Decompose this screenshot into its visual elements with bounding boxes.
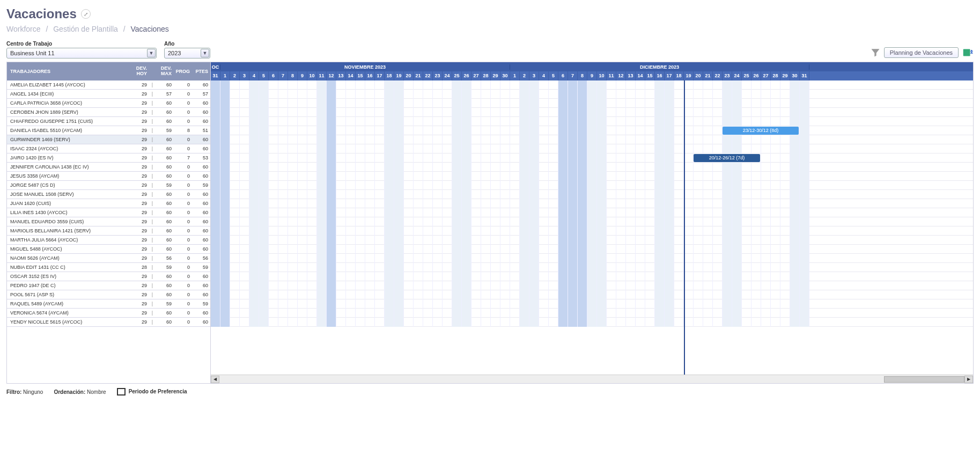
grid-row[interactable] — [211, 263, 973, 272]
grid-row[interactable] — [211, 208, 973, 217]
prog: 0 — [174, 219, 192, 224]
ano-select[interactable]: 2023 — [164, 48, 210, 58]
grid-row[interactable] — [211, 290, 973, 299]
worker-row[interactable]: DANIELA ISABEL 5510 (AYCAM) 29 | 59 8 51 — [7, 126, 210, 135]
ptes: 60 — [192, 237, 210, 243]
worker-row[interactable]: CHIAFREDO GIUSEPPE 1751 (CUIS) 29 | 60 0… — [7, 117, 210, 126]
day-header-cell: 28 — [481, 71, 491, 80]
day-header-cell: 10 — [307, 71, 317, 80]
worker-name: CHIAFREDO GIUSEPPE 1751 (CUIS) — [7, 119, 131, 124]
worker-row[interactable]: CARLA PATRICIA 3658 (AYCOC) 29 | 60 0 60 — [7, 99, 210, 108]
worker-name: PEDRO 1947 (DE C) — [7, 283, 131, 288]
worker-row[interactable]: GURWINDER 1469 (SERV) 29 | 60 0 60 — [7, 135, 210, 144]
grid-row[interactable] — [211, 199, 973, 208]
vacation-bar[interactable]: 23/12-30/12 (8d) — [723, 127, 799, 135]
grid-row[interactable] — [211, 309, 973, 318]
worker-row[interactable]: MANUEL EDUARDO 3559 (CUIS) 29 | 60 0 60 — [7, 217, 210, 226]
grid-row[interactable] — [211, 163, 973, 172]
dev-max: 60 — [156, 192, 174, 197]
worker-row[interactable]: OSCAR 3152 (ES IV) 29 | 60 0 60 — [7, 272, 210, 281]
breadcrumb-gestion[interactable]: Gestión de Plantilla — [53, 25, 118, 33]
horizontal-scrollbar[interactable]: ◀ ▶ — [211, 375, 973, 383]
worker-row[interactable]: JOSE MANUEL 1508 (SERV) 29 | 60 0 60 — [7, 190, 210, 199]
scroll-right-icon[interactable]: ▶ — [964, 376, 973, 383]
dev-max: 57 — [156, 91, 174, 97]
grid-row[interactable] — [211, 181, 973, 190]
grid-row[interactable] — [211, 117, 973, 126]
grid-row[interactable] — [211, 99, 973, 108]
grid-body[interactable]: 23/12-30/12 (8d)20/12-26/12 (7d) — [211, 80, 973, 375]
grid-row[interactable] — [211, 108, 973, 117]
worker-row[interactable]: RAQUEL 5489 (AYCAM) 29 | 59 0 59 — [7, 299, 210, 309]
day-header-cell: 18 — [674, 71, 684, 80]
expand-icon[interactable]: ⤢ — [81, 9, 91, 19]
grid-row[interactable]: 23/12-30/12 (8d) — [211, 126, 973, 135]
worker-row[interactable]: JAIRO 1420 (ES IV) 29 | 60 7 53 — [7, 153, 210, 163]
dev-hoy: 29 — [131, 82, 149, 87]
prog: 0 — [174, 301, 192, 306]
planning-button[interactable]: Planning de Vacaciones — [884, 47, 959, 58]
breadcrumb-workforce[interactable]: Workforce — [6, 25, 41, 33]
vacation-bar[interactable]: 20/12-26/12 (7d) — [694, 154, 760, 162]
worker-row[interactable]: PEDRO 1947 (DE C) 29 | 60 0 60 — [7, 281, 210, 290]
worker-row[interactable]: MIGUEL 5488 (AYCOC) 29 | 60 0 60 — [7, 245, 210, 254]
grid-row[interactable] — [211, 299, 973, 309]
grid-row[interactable] — [211, 90, 973, 99]
dev-max: 59 — [156, 265, 174, 270]
worker-name: JAIRO 1420 (ES IV) — [7, 155, 131, 160]
grid-row[interactable] — [211, 226, 973, 236]
day-header-cell: 17 — [375, 71, 385, 80]
grid-row[interactable] — [211, 318, 973, 327]
prog: 0 — [174, 100, 192, 106]
filter-icon[interactable] — [870, 47, 881, 58]
left-header: TRABAJADORES DEV.HOY DEV.MAX PROG PTES — [7, 62, 210, 80]
dev-max: 60 — [156, 319, 174, 325]
worker-row[interactable]: NAOMI 5626 (AYCAM) 29 | 56 0 56 — [7, 254, 210, 263]
worker-row[interactable]: NUBIA EDIT 1431 (CC C) 28 | 59 0 59 — [7, 263, 210, 272]
worker-row[interactable]: POOL 5671 (ASP S) 29 | 60 0 60 — [7, 290, 210, 299]
scroll-thumb[interactable] — [884, 376, 964, 383]
grid-row[interactable] — [211, 236, 973, 245]
worker-row[interactable]: JESUS 3358 (AYCAM) 29 | 60 0 60 — [7, 172, 210, 181]
worker-name: MARTHA JULIA 5664 (AYCOC) — [7, 237, 131, 243]
grid-row[interactable]: 20/12-26/12 (7d) — [211, 153, 973, 163]
grid-row[interactable] — [211, 245, 973, 254]
grid-row[interactable] — [211, 190, 973, 199]
worker-row[interactable]: MARTHA JULIA 5664 (AYCOC) 29 | 60 0 60 — [7, 236, 210, 245]
prog: 0 — [174, 210, 192, 215]
export-icon[interactable] — [962, 47, 974, 58]
worker-row[interactable]: YENDY NICOLLE 5615 (AYCOC) 29 | 60 0 60 — [7, 318, 210, 327]
worker-row[interactable]: MARIOLIS BELLANIRA 1421 (SERV) 29 | 60 0… — [7, 226, 210, 236]
day-header-cell: 1 — [220, 71, 230, 80]
ptes: 60 — [192, 146, 210, 151]
worker-row[interactable]: ISAAC 2324 (AYCOC) 29 | 60 0 60 — [7, 144, 210, 153]
centro-select[interactable]: Business Unit 11 — [6, 48, 157, 58]
scroll-left-icon[interactable]: ◀ — [211, 376, 219, 383]
worker-name: POOL 5671 (ASP S) — [7, 292, 131, 297]
worker-row[interactable]: CEROBEN JHON 1889 (SERV) 29 | 60 0 60 — [7, 108, 210, 117]
dev-max: 60 — [156, 310, 174, 316]
grid-row[interactable] — [211, 281, 973, 290]
worker-row[interactable]: JORGE 5487 (CS D) 29 | 59 0 59 — [7, 181, 210, 190]
worker-row[interactable]: JUAN 1620 (CUIS) 29 | 60 0 60 — [7, 199, 210, 208]
grid-row[interactable] — [211, 144, 973, 153]
breadcrumb-current: Vacaciones — [131, 25, 169, 33]
worker-row[interactable]: ANGEL 1434 (ECIII) 29 | 57 0 57 — [7, 90, 210, 99]
worker-row[interactable]: JENNIFER CAROLINA 1438 (EC IV) 29 | 60 0… — [7, 163, 210, 172]
day-header-cell: 2 — [520, 71, 529, 80]
grid-row[interactable] — [211, 254, 973, 263]
day-header-cell: 26 — [462, 71, 471, 80]
day-header-cell: 3 — [529, 71, 539, 80]
grid-row[interactable] — [211, 217, 973, 226]
orden-label: Ordenación: — [54, 389, 85, 395]
grid-row[interactable] — [211, 172, 973, 181]
worker-name: OSCAR 3152 (ES IV) — [7, 274, 131, 279]
day-header-cell: 25 — [742, 71, 751, 80]
worker-row[interactable]: LILIA INES 1430 (AYCOC) 29 | 60 0 60 — [7, 208, 210, 217]
ptes: 60 — [192, 100, 210, 106]
worker-row[interactable]: AMELIA ELIZABET 1445 (AYCOC) 29 | 60 0 6… — [7, 80, 210, 90]
worker-row[interactable]: VERONICA 5674 (AYCAM) 29 | 60 0 60 — [7, 309, 210, 318]
grid-row[interactable] — [211, 135, 973, 144]
grid-row[interactable] — [211, 272, 973, 281]
grid-row[interactable] — [211, 80, 973, 90]
